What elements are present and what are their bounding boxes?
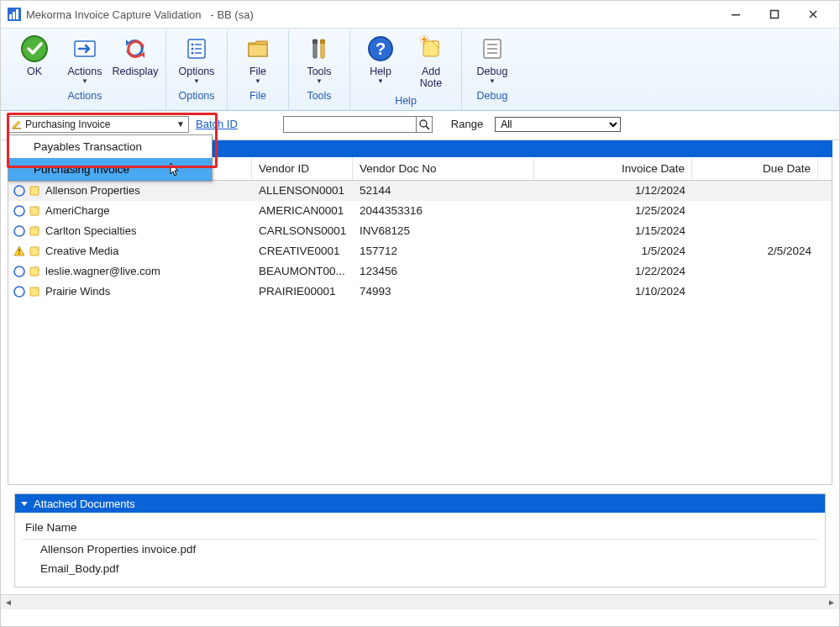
- dropdown-option-purchasing[interactable]: Purchasing Invoice: [8, 158, 212, 181]
- ribbon-toolbar: OKActions▼RedisplayActionsOptions▼Option…: [1, 28, 839, 111]
- collapse-icon[interactable]: [20, 499, 29, 508]
- app-icon: [8, 8, 21, 21]
- ribbon-group-label: Options: [171, 88, 222, 105]
- search-button[interactable]: [416, 116, 433, 133]
- row-vendor-name: Creative Media: [45, 245, 252, 257]
- row-vendor-id: CREATIVE0001: [252, 241, 353, 261]
- row-invoice-date: 1/10/2024: [534, 282, 692, 302]
- search-box: [283, 116, 433, 133]
- ribbon-addnote-button[interactable]: Add Note: [406, 30, 456, 93]
- ribbon-tools-button[interactable]: Tools▼: [294, 30, 344, 88]
- attached-documents-header[interactable]: Attached Documents: [15, 494, 825, 513]
- attached-documents-panel: Attached Documents File Name Allenson Pr…: [14, 493, 826, 587]
- svg-point-10: [192, 48, 194, 50]
- row-vendor-id: PRAIRIE00001: [252, 282, 353, 302]
- ribbon-actions-button[interactable]: Actions▼: [60, 30, 110, 88]
- svg-point-42: [14, 287, 24, 297]
- chevron-down-icon: ▼: [489, 77, 496, 85]
- scroll-left-button[interactable]: ◄: [1, 595, 16, 610]
- options-icon: [181, 34, 212, 64]
- row-doc-no: 74993: [353, 282, 534, 302]
- ribbon-ok-button[interactable]: OK: [9, 30, 60, 88]
- svg-point-31: [14, 186, 24, 196]
- svg-point-9: [192, 44, 194, 46]
- row-status-icons: [8, 286, 45, 298]
- row-doc-no: INV68125: [353, 221, 534, 241]
- row-vendor-id: BEAUMONT00...: [252, 261, 353, 282]
- ribbon-help-button[interactable]: ?Help▼: [355, 30, 406, 93]
- attached-column-filename[interactable]: File Name: [22, 516, 818, 540]
- row-status-icons: [8, 205, 45, 217]
- ribbon-group-actions: OKActions▼RedisplayActions: [4, 30, 165, 110]
- window-title: Mekorma Invoice Capture Validation - BB …: [26, 8, 254, 21]
- dropdown-option-payables[interactable]: Payables Transaction: [8, 135, 212, 158]
- ribbon-group-label: Actions: [9, 88, 160, 105]
- svg-point-40: [14, 266, 24, 277]
- ribbon-redisplay-button[interactable]: Redisplay: [110, 30, 160, 88]
- ribbon-group-label: Debug: [467, 88, 517, 105]
- titlebar: Mekorma Invoice Capture Validation - BB …: [1, 1, 839, 28]
- svg-point-11: [192, 52, 194, 55]
- attached-documents-title: Attached Documents: [34, 498, 135, 510]
- ribbon-file-button[interactable]: File▼: [233, 30, 283, 88]
- grid-body[interactable]: Allenson PropertiesALLENSON0001521441/12…: [8, 181, 832, 485]
- ribbon-group-tools: Tools▼Tools: [288, 30, 349, 110]
- svg-rect-4: [732, 14, 740, 16]
- svg-rect-3: [16, 9, 18, 19]
- col-invoice-date[interactable]: Invoice Date: [534, 157, 692, 180]
- horizontal-scrollbar[interactable]: ◄ ►: [1, 594, 839, 609]
- row-vendor-name: Allenson Properties: [45, 184, 252, 197]
- main-content: Vendor ID Vendor Doc No Invoice Date Due…: [1, 140, 839, 594]
- scroll-right-button[interactable]: ►: [824, 595, 839, 610]
- table-row[interactable]: Carlton SpecialtiesCARLSONS0001INV681251…: [8, 221, 832, 241]
- chevron-down-icon: ▼: [377, 77, 384, 85]
- table-row[interactable]: AmeriChargeAMERICAN000120443533161/25/20…: [8, 201, 832, 221]
- table-row[interactable]: Allenson PropertiesALLENSON0001521441/12…: [8, 181, 832, 201]
- row-doc-no: 123456: [353, 261, 534, 282]
- ribbon-options-label: Options: [178, 66, 214, 77]
- batch-id-link[interactable]: Batch ID: [196, 118, 238, 130]
- row-vendor-id: ALLENSON0001: [252, 181, 353, 201]
- ribbon-ok-label: OK: [27, 66, 42, 77]
- ribbon-tools-label: Tools: [307, 66, 331, 77]
- table-row[interactable]: leslie.wagner@live.comBEAUMONT00...12345…: [8, 261, 832, 282]
- row-invoice-date: 1/15/2024: [534, 221, 692, 241]
- col-vendor-id[interactable]: Vendor ID: [252, 157, 353, 180]
- filter-bar: Purchasing Invoice ▼ Batch ID Payables T…: [1, 111, 839, 140]
- chevron-down-icon: ▼: [316, 77, 323, 85]
- scroll-track[interactable]: [16, 595, 824, 610]
- maximize-button[interactable]: [755, 1, 794, 28]
- chevron-down-icon[interactable]: ▼: [173, 119, 188, 129]
- chevron-down-icon: ▼: [193, 77, 200, 85]
- close-button[interactable]: [794, 1, 832, 28]
- document-type-dropdown[interactable]: Purchasing Invoice ▼: [8, 116, 189, 133]
- ribbon-options-button[interactable]: Options▼: [171, 30, 222, 88]
- col-due-date[interactable]: Due Date: [692, 157, 818, 180]
- ribbon-debug-label: Debug: [477, 66, 508, 77]
- row-due-date: 2/5/2024: [692, 241, 818, 261]
- ribbon-debug-button[interactable]: Debug▼: [467, 30, 517, 88]
- svg-rect-38: [18, 253, 19, 254]
- svg-point-6: [22, 36, 47, 61]
- row-doc-no: 2044353316: [353, 201, 534, 221]
- table-row[interactable]: Creative MediaCREATIVE00011577121/5/2024…: [8, 241, 832, 261]
- chevron-down-icon: ▼: [81, 77, 88, 85]
- attached-file-item[interactable]: Allenson Properties invoice.pdf: [22, 540, 818, 559]
- ribbon-group-label: Tools: [294, 88, 344, 105]
- ribbon-group-label: Help: [355, 93, 456, 110]
- row-doc-no: 157712: [353, 241, 534, 261]
- search-input[interactable]: [283, 116, 416, 133]
- ribbon-group-file: File▼File: [227, 30, 288, 110]
- minimize-button[interactable]: [717, 1, 755, 28]
- row-vendor-name: Prairie Winds: [45, 285, 252, 298]
- attached-file-item[interactable]: Email_Body.pdf: [22, 559, 818, 578]
- svg-point-35: [14, 226, 24, 236]
- file-icon: [243, 34, 273, 64]
- table-row[interactable]: Prairie WindsPRAIRIE00001749931/10/2024: [8, 282, 832, 302]
- row-vendor-id: CARLSONS0001: [252, 221, 353, 241]
- col-vendor-doc-no[interactable]: Vendor Doc No: [353, 157, 534, 180]
- ok-icon: [19, 34, 50, 64]
- range-select[interactable]: All: [495, 117, 621, 132]
- row-status-icons: [8, 185, 45, 197]
- document-type-dropdown-list: Payables Transaction Purchasing Invoice: [8, 134, 213, 182]
